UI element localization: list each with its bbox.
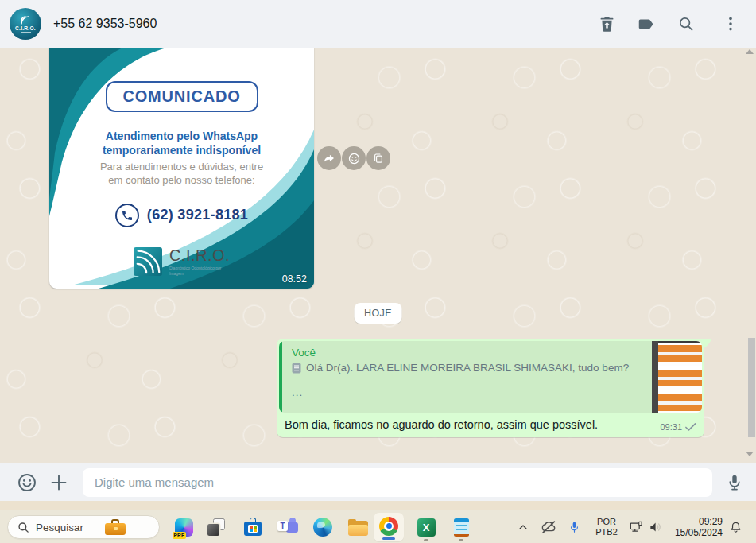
avatar-label: C.I.R.O. (15, 25, 36, 31)
network-icon (628, 519, 644, 535)
card-content: COMUNICADO Atendimento pelo WhatsApp tem… (49, 48, 314, 277)
taskbar-notepad[interactable] (448, 510, 475, 543)
taskbar-edge[interactable] (309, 510, 336, 543)
image-message[interactable]: COMUNICADO Atendimento pelo WhatsApp tem… (49, 48, 314, 289)
onedrive-paused-icon (540, 518, 557, 536)
tray-onedrive[interactable] (537, 510, 560, 543)
tray-microphone[interactable] (563, 510, 585, 543)
outgoing-message: Você Olá Dr(a). LARA ELINE MOREIRA BRASI… (277, 339, 704, 437)
scrollbar-down-arrow[interactable] (746, 452, 754, 456)
search-button[interactable] (677, 14, 696, 33)
image-message-time: 08:52 (282, 273, 307, 285)
menu-button[interactable] (721, 14, 740, 33)
avatar-underline (21, 32, 31, 33)
chevron-up-icon (517, 521, 529, 533)
quote-text-line: Olá Dr(a). LARA ELINE MOREIRA BRASIL SHI… (292, 362, 642, 374)
date-divider: HOJE (354, 303, 402, 324)
copy-button[interactable] (366, 146, 390, 170)
react-button[interactable] (342, 146, 366, 170)
bubble-tail (704, 339, 711, 350)
plus-icon (49, 473, 68, 492)
message-meta: 09:31 (660, 422, 696, 432)
tag-icon (638, 15, 656, 33)
whatsapp-window: C.I.R.O. +55 62 9353-5960 (0, 0, 756, 543)
forward-button[interactable] (317, 146, 341, 170)
quote-body: Você Olá Dr(a). LARA ELINE MOREIRA BRASI… (282, 341, 652, 413)
tray-show-hidden[interactable] (513, 510, 533, 543)
taskbar-chrome-active[interactable] (374, 513, 404, 541)
chat-area: COMUNICADO Atendimento pelo WhatsApp tem… (0, 48, 756, 463)
notepad-icon (454, 518, 469, 537)
forward-icon (322, 151, 336, 165)
quote-ellipsis: ... (292, 386, 642, 398)
taskbar-search[interactable]: Pesquisar (7, 515, 160, 539)
message-row: Bom dia, ficamos no aguardo do retorno, … (279, 413, 702, 435)
excel-icon: X (417, 518, 436, 537)
taskbar-file-explorer[interactable] (344, 510, 371, 543)
emoji-react-icon (347, 151, 362, 166)
quote-thumbnail[interactable] (652, 341, 702, 413)
briefcase-icon[interactable] (99, 519, 155, 536)
composer-bar (0, 463, 756, 501)
kebab-menu-icon (722, 15, 739, 33)
search-label: Pesquisar (36, 522, 92, 533)
quote-author: Você (292, 347, 642, 359)
card-phone-number: (62) 3921-8181 (147, 207, 248, 223)
tray-time: 09:29 (699, 516, 723, 528)
file-explorer-icon (348, 519, 368, 536)
microphone-icon (725, 473, 744, 492)
tray-network[interactable] (625, 510, 647, 543)
emoji-icon (17, 472, 37, 493)
active-app-indicator (382, 537, 395, 540)
taskbar-store[interactable] (239, 510, 266, 543)
contact-name[interactable]: +55 62 9353-5960 (53, 17, 157, 31)
message-input[interactable] (83, 468, 712, 497)
microphone-active-icon (568, 521, 581, 534)
taskbar-task-view[interactable] (203, 510, 230, 543)
trash-icon (598, 15, 616, 33)
quoted-message[interactable]: Você Olá Dr(a). LARA ELINE MOREIRA BRASI… (279, 341, 702, 413)
window-edge-strip (0, 501, 756, 510)
tray-date: 15/05/2024 (675, 527, 723, 539)
tray-language[interactable]: POR PTB2 (591, 510, 622, 543)
card-phone-row: (62) 3921-8181 (49, 204, 314, 227)
running-indicator (459, 539, 463, 541)
task-view-icon (207, 518, 226, 537)
attach-button[interactable] (49, 473, 68, 492)
ciro-logo-row: C.I.R.O. Diagnóstico Odontológico por Im… (49, 246, 314, 277)
emoji-button[interactable] (17, 472, 37, 493)
document-icon (292, 363, 301, 374)
label-button[interactable] (637, 14, 656, 33)
teams-icon: T (277, 518, 298, 537)
scrollbar-up-arrow[interactable] (746, 49, 754, 54)
card-body-text: Para atendimentos e dúvidas, entre em co… (49, 161, 314, 188)
card-heading: Atendimento pelo WhatsApp temporariament… (49, 130, 314, 158)
scrollbar-thumb[interactable] (748, 338, 755, 437)
copilot-icon: PRE (175, 518, 193, 537)
message-time: 09:31 (660, 422, 682, 432)
check-icon (684, 422, 696, 432)
taskbar-teams[interactable]: T (274, 510, 301, 543)
bell-icon (728, 520, 743, 535)
voice-message-button[interactable] (725, 473, 744, 492)
contact-avatar[interactable]: C.I.R.O. (10, 8, 41, 40)
phone-icon (115, 204, 139, 227)
ciro-logo-text: C.I.R.O. Diagnóstico Odontológico por Im… (169, 246, 230, 277)
running-indicator (424, 539, 428, 541)
taskbar-excel[interactable]: X (413, 510, 440, 543)
taskbar-copilot[interactable]: PRE (170, 510, 197, 543)
message-hover-actions (317, 146, 390, 170)
header-actions (597, 14, 740, 33)
message-text: Bom dia, ficamos no aguardo do retorno, … (285, 417, 598, 432)
delete-chat-button[interactable] (597, 14, 616, 33)
microsoft-store-icon (243, 518, 262, 537)
edge-icon (313, 518, 332, 537)
tray-clock[interactable]: 09:29 15/05/2024 (675, 510, 723, 543)
speaker-icon (648, 519, 664, 535)
copy-icon (371, 151, 386, 165)
tray-notifications[interactable] (723, 510, 747, 543)
copilot-preview-badge: PRE (173, 532, 187, 539)
search-icon (17, 522, 29, 533)
tray-volume[interactable] (646, 510, 666, 543)
chrome-icon (379, 517, 398, 536)
